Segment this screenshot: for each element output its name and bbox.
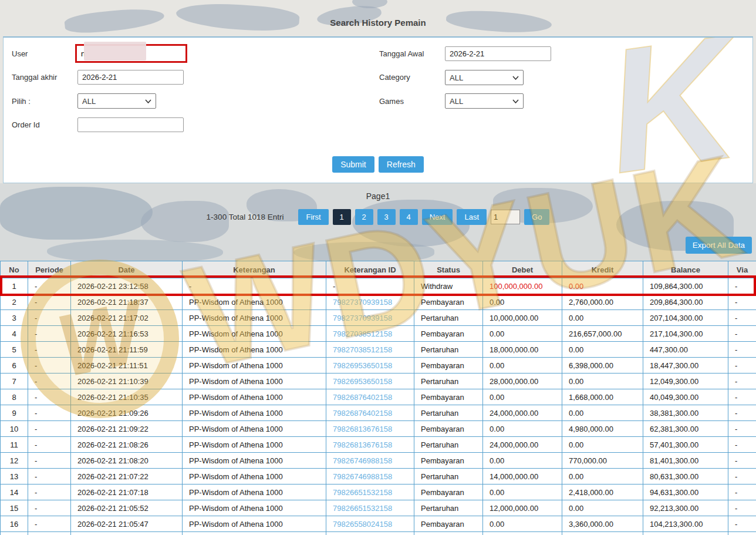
cell-via: - (728, 469, 756, 484)
cell-periode: - (28, 326, 71, 342)
cell-no: 13 (1, 469, 28, 484)
cell-periode: - (28, 342, 71, 358)
refresh-button[interactable]: Refresh (379, 156, 424, 173)
cell-debet: 24,000,000.00 (483, 437, 562, 453)
cell-debet: 0.00 (483, 516, 562, 532)
cell-keterangan-id[interactable]: 79826651532158 (326, 500, 414, 516)
cell-keterangan-id[interactable]: 79827370939158 (326, 294, 414, 310)
cell-keterangan: PP-Wisdom of Athena 1000 (183, 516, 326, 532)
cell-balance (643, 532, 728, 535)
cell-balance: 18,447,300.00 (643, 358, 728, 374)
cell-periode: - (28, 405, 71, 421)
cell-keterangan: PP-Wisdom of Athena 1000 (183, 405, 326, 421)
tanggal-awal-input[interactable] (445, 46, 551, 61)
cell-keterangan: PP-Wisdom of Athena 1000 (183, 469, 326, 484)
cell-no (1, 532, 28, 535)
cell-keterangan-id[interactable]: 79826746988158 (326, 453, 414, 469)
cell-keterangan-id[interactable]: 79826746988158 (326, 469, 414, 484)
cell-balance: 217,104,300.00 (643, 326, 728, 342)
col-keterangan-id: Keterangan ID (326, 261, 414, 278)
cell-no: 12 (1, 453, 28, 469)
page-button-4[interactable]: 4 (400, 209, 418, 225)
order-id-input[interactable] (77, 117, 184, 132)
cell-debet: 0.00 (483, 358, 562, 374)
cell-keterangan-id[interactable]: 79826558024158 (326, 516, 414, 532)
cell-via: - (728, 374, 756, 389)
cell-debet: 18,000,000.00 (483, 342, 562, 358)
cell-status: Pertaruhan (414, 500, 483, 516)
table-row: 1-2026-02-21 23:12:58--Withdraw100,000,0… (1, 278, 756, 294)
page-button-3[interactable]: 3 (377, 209, 396, 225)
pagination-controls: 1-300 Total 1018 Entri First 1234 Next L… (0, 209, 756, 225)
cell-no: 4 (1, 326, 28, 342)
cell-no: 7 (1, 374, 28, 389)
games-select[interactable]: ALL (445, 93, 524, 109)
cell-via: - (728, 484, 756, 500)
col-no: No (1, 261, 28, 278)
cell-balance: 80,631,300.00 (643, 469, 728, 484)
next-page-button[interactable]: Next (422, 209, 453, 225)
category-select[interactable]: ALL (445, 70, 524, 85)
cell-via: - (728, 310, 756, 326)
table-row: 5-2026-02-21 21:11:59PP-Wisdom of Athena… (1, 342, 756, 358)
cell-status: Pembayaran (414, 453, 483, 469)
cell-periode: - (28, 484, 71, 500)
cell-balance: 447,300.00 (643, 342, 728, 358)
first-page-button[interactable]: First (298, 209, 328, 225)
cell-debet: 0.00 (483, 326, 562, 342)
cell-status: Pembayaran (414, 294, 483, 310)
cell-keterangan-id[interactable]: 79827038512158 (326, 326, 414, 342)
cell-date: 2026-02-21 21:10:39 (71, 374, 183, 389)
table-row: 10-2026-02-21 21:09:22PP-Wisdom of Athen… (1, 421, 756, 437)
tanggal-akhir-input[interactable] (77, 70, 184, 85)
cell-keterangan-id[interactable]: 79827370939158 (326, 310, 414, 326)
pilih-select[interactable]: ALL (77, 93, 156, 109)
form-buttons: Submit Refresh (4, 156, 752, 173)
cell-keterangan-id[interactable]: 79826953650158 (326, 358, 414, 374)
cell-debet: 0.00 (483, 421, 562, 437)
last-page-button[interactable]: Last (457, 209, 487, 225)
cell-keterangan: PP-Wisdom of Athena 1000 (183, 342, 326, 358)
cell-balance: 62,381,300.00 (643, 421, 728, 437)
cell-kredit: 2,418,000.00 (562, 484, 643, 500)
cell-status (414, 532, 483, 535)
cell-periode: - (28, 516, 71, 532)
cell-keterangan-id[interactable]: 79826813676158 (326, 421, 414, 437)
cell-via: - (728, 405, 756, 421)
page-button-1[interactable]: 1 (333, 209, 351, 225)
user-field-highlight-box (75, 44, 187, 63)
search-form-panel: K User Tanggal akhir Pilih : ALL Order I… (3, 36, 753, 183)
cell-keterangan-id[interactable]: 79826876402158 (326, 389, 414, 405)
cell-keterangan: PP-Wisdom of Athena 1000 (183, 358, 326, 374)
cell-balance: 12,049,300.00 (643, 374, 728, 389)
cell-no: 5 (1, 342, 28, 358)
cell-kredit: 0.00 (562, 469, 643, 484)
cell-via: - (728, 516, 756, 532)
submit-button[interactable]: Submit (332, 156, 374, 173)
cell-balance: 109,864,300.00 (643, 278, 728, 294)
cell-debet: 0.00 (483, 389, 562, 405)
pilih-label: Pilih : (12, 97, 31, 106)
cell-keterangan-id[interactable]: 79826953650158 (326, 374, 414, 389)
cell-keterangan-id (326, 532, 414, 535)
cell-no: 1 (1, 278, 28, 294)
cell-date (71, 532, 183, 535)
col-status: Status (414, 261, 483, 278)
cell-via: - (728, 278, 756, 294)
cell-keterangan-id[interactable]: 79826813676158 (326, 437, 414, 453)
cell-balance: 207,104,300.00 (643, 310, 728, 326)
cell-keterangan-id[interactable]: 79827038512158 (326, 342, 414, 358)
cell-keterangan-id[interactable]: 79826651532158 (326, 484, 414, 500)
go-button[interactable]: Go (524, 209, 549, 225)
cell-status: Pertaruhan (414, 469, 483, 484)
goto-page-input[interactable] (491, 210, 520, 224)
export-all-data-button[interactable]: Export All Data (686, 237, 752, 254)
cell-kredit: 216,657,000.00 (562, 326, 643, 342)
cell-balance: 94,631,300.00 (643, 484, 728, 500)
cell-via: - (728, 421, 756, 437)
cell-keterangan-id[interactable]: 79826876402158 (326, 405, 414, 421)
page-button-2[interactable]: 2 (355, 209, 373, 225)
cell-keterangan: - (183, 278, 326, 294)
cell-keterangan (183, 532, 326, 535)
cell-no: 15 (1, 500, 28, 516)
